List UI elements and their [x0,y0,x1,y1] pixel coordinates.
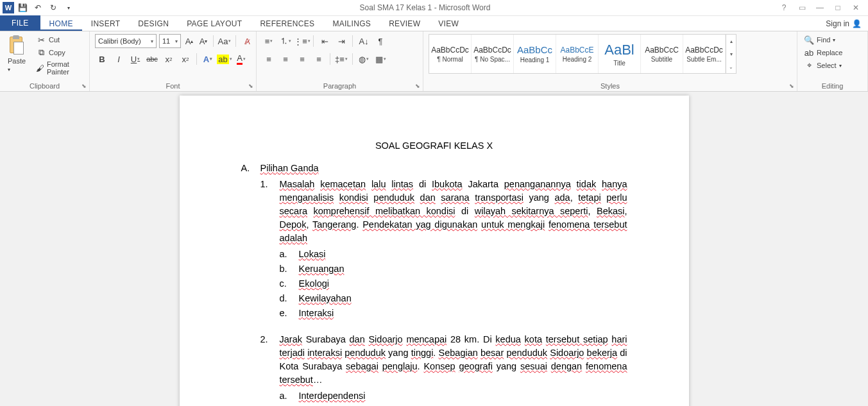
question-2: 2. Jarak Surabaya dan Sidoarjo mencapai … [260,333,627,387]
align-left-button[interactable]: ≡ [262,52,276,66]
document-canvas[interactable]: SOAL GEOGRAFI KELAS X A. Pilihan Ganda 1… [0,92,868,406]
subscript-button[interactable]: x2 [162,52,176,66]
styles-gallery: AaBbCcDc¶ NormalAaBbCcDc¶ No Spac...AaBb… [429,34,736,74]
bold-button[interactable]: B [95,52,109,66]
option-marker: b. [280,262,291,276]
multilevel-list-button[interactable]: ⋮≡▾ [295,34,309,48]
qat-customize[interactable]: ▾ [62,1,76,15]
change-case-button[interactable]: Aa▾ [217,34,232,48]
option-text: Ekologi [299,278,330,289]
q1-option: d.Kewilayahan [280,292,627,305]
show-marks-button[interactable]: ¶ [373,34,387,48]
style-item[interactable]: AaBbCcEHeading 2 [556,35,599,73]
styles-group-label: Styles [600,82,620,90]
copy-button[interactable]: ⧉Copy [35,47,84,58]
ribbon-display-button[interactable]: ▭ [794,1,810,15]
tab-mailings[interactable]: MAILINGS [323,17,380,31]
sort-button[interactable]: A↓ [357,34,371,48]
numbering-button[interactable]: ⒈▾ [278,34,293,48]
bullets-button[interactable]: ≡▾ [262,34,276,48]
option-text: Kewilayahan [299,293,352,303]
align-right-button[interactable]: ≡ [295,52,309,66]
style-item[interactable]: AaBbCcDcSubtle Em... [683,35,726,73]
group-editing: 🔍Find ▾ abReplace ⌖Select ▾ Editing [797,31,868,91]
undo-button[interactable]: ↶ [31,1,45,15]
style-preview: AaBl [604,42,634,58]
underline-button[interactable]: U▾ [128,52,142,66]
style-item[interactable]: AaBbCcDc¶ Normal [429,35,472,73]
borders-button[interactable]: ▦▾ [373,52,387,66]
section-heading: A. Pilihan Ganda [241,162,627,175]
italic-button[interactable]: I [112,52,126,66]
option-text: Keruangan [299,264,345,274]
paste-button[interactable]: Paste ▾ [5,34,31,74]
tab-insert[interactable]: INSERT [82,17,130,31]
justify-button[interactable]: ≡ [312,52,326,66]
select-button[interactable]: ⌖Select ▾ [803,60,843,71]
minimize-button[interactable]: — [812,1,828,15]
tab-home[interactable]: HOME [40,17,82,31]
paragraph-group-label: Paragraph [323,82,356,90]
sign-in-link[interactable]: Sign in👤 [819,17,868,31]
tab-design[interactable]: DESIGN [129,17,178,31]
tab-references[interactable]: REFERENCES [251,17,323,31]
shrink-font-button[interactable]: A▾ [198,34,209,48]
signin-person-icon: 👤 [852,19,862,28]
style-name: Heading 1 [520,56,550,63]
styles-more-button[interactable]: ▴▾⌄ [726,35,736,73]
font-group-label: Font [166,82,180,90]
option-marker: c. [280,277,291,291]
redo-button[interactable]: ↻ [46,1,60,15]
style-item[interactable]: AaBbCcHeading 1 [514,35,556,73]
help-button[interactable]: ? [776,1,792,15]
styles-launcher[interactable]: ⬊ [789,83,794,89]
replace-button[interactable]: abReplace [803,47,844,58]
paragraph-launcher[interactable]: ⬊ [415,83,420,89]
option-text: Interdependensi [299,391,366,401]
grow-font-button[interactable]: A▴ [183,34,195,48]
tab-view[interactable]: VIEW [429,17,468,31]
section-marker: A. [241,162,253,175]
text-effects-button[interactable]: A▾ [201,52,215,66]
shading-button[interactable]: ◍▾ [357,52,371,66]
superscript-button[interactable]: x2 [178,52,192,66]
clear-formatting-button[interactable]: A̷ [240,34,254,48]
strikethrough-button[interactable]: abc [145,52,159,66]
option-marker: a. [280,389,291,403]
style-item[interactable]: AaBlTitle [599,35,641,73]
clipboard-launcher[interactable]: ⬊ [81,83,87,89]
clipboard-group-label: Clipboard [30,82,60,90]
tab-review[interactable]: REVIEW [380,17,429,31]
tab-file[interactable]: FILE [0,15,40,31]
font-launcher[interactable]: ⬊ [248,83,253,89]
option-text: Lokasi [299,249,326,259]
page[interactable]: SOAL GEOGRAFI KELAS X A. Pilihan Ganda 1… [180,96,689,406]
format-painter-button[interactable]: 🖌Format Painter [35,60,84,76]
tab-page-layout[interactable]: PAGE LAYOUT [178,17,251,31]
option-marker: e. [280,307,291,320]
cut-button[interactable]: ✂Cut [35,34,84,46]
style-preview: AaBbCcC [645,46,679,55]
font-size-combo[interactable]: 11▾ [159,34,181,48]
style-item[interactable]: AaBbCcCSubtitle [641,35,683,73]
font-color-button[interactable]: A▾ [234,52,248,66]
font-name-value: Calibri (Body) [98,37,141,45]
q1-marker: 1. [260,178,272,245]
style-item[interactable]: AaBbCcDc¶ No Spac... [472,35,514,73]
style-preview: AaBbCcDc [473,46,511,55]
window-controls: ? ▭ — □ ✕ [772,1,868,15]
line-spacing-button[interactable]: ‡≡▾ [334,52,348,66]
decrease-indent-button[interactable]: ⇤ [318,34,332,48]
font-name-combo[interactable]: Calibri (Body)▾ [95,34,157,48]
find-button[interactable]: 🔍Find ▾ [803,34,837,46]
q1-option: a.Lokasi [280,248,627,261]
increase-indent-button[interactable]: ⇥ [334,34,348,48]
highlight-button[interactable]: ab▾ [217,52,232,66]
ribbon: Paste ▾ ✂Cut ⧉Copy 🖌Format Painter Clipb… [0,31,868,92]
maximize-button[interactable]: □ [830,1,846,15]
titlebar: W 💾 ↶ ↻ ▾ Soal SMA 17 Kelas 1 - Microsof… [0,0,868,16]
font-size-value: 11 [162,37,170,45]
close-button[interactable]: ✕ [847,1,864,15]
align-center-button[interactable]: ≡ [278,52,293,66]
save-button[interactable]: 💾 [15,1,30,15]
